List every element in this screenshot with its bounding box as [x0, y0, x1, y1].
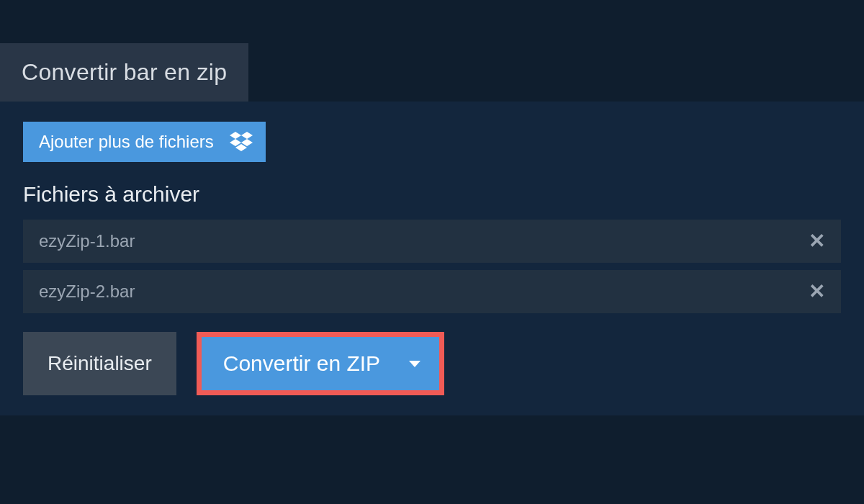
convert-button-highlight: Convertir en ZIP	[197, 332, 444, 395]
file-name: ezyZip-2.bar	[39, 282, 135, 302]
add-files-label: Ajouter plus de fichiers	[39, 132, 214, 152]
reset-label: Réinitialiser	[48, 352, 152, 375]
convert-label: Convertir en ZIP	[223, 351, 380, 376]
tab-convert[interactable]: Convertir bar en zip	[0, 43, 248, 102]
file-row: ezyZip-1.bar ✕	[23, 220, 841, 263]
file-name: ezyZip-1.bar	[39, 231, 135, 251]
chevron-down-icon	[409, 361, 420, 367]
top-bar	[0, 0, 864, 43]
dropbox-icon	[230, 132, 253, 152]
tab-title: Convertir bar en zip	[22, 59, 227, 85]
tab-container: Convertir bar en zip	[0, 43, 864, 102]
files-heading: Fichiers à archiver	[23, 182, 841, 207]
reset-button[interactable]: Réinitialiser	[23, 332, 176, 395]
convert-button[interactable]: Convertir en ZIP	[202, 337, 439, 390]
file-list: ezyZip-1.bar ✕ ezyZip-2.bar ✕	[23, 220, 841, 313]
main-content: Ajouter plus de fichiers Fichiers à arch…	[0, 102, 864, 415]
action-buttons: Réinitialiser Convertir en ZIP	[23, 332, 841, 395]
remove-file-icon[interactable]: ✕	[809, 282, 825, 302]
remove-file-icon[interactable]: ✕	[809, 231, 825, 251]
footer-bar	[0, 490, 864, 504]
file-row: ezyZip-2.bar ✕	[23, 270, 841, 313]
add-files-button[interactable]: Ajouter plus de fichiers	[23, 122, 266, 162]
